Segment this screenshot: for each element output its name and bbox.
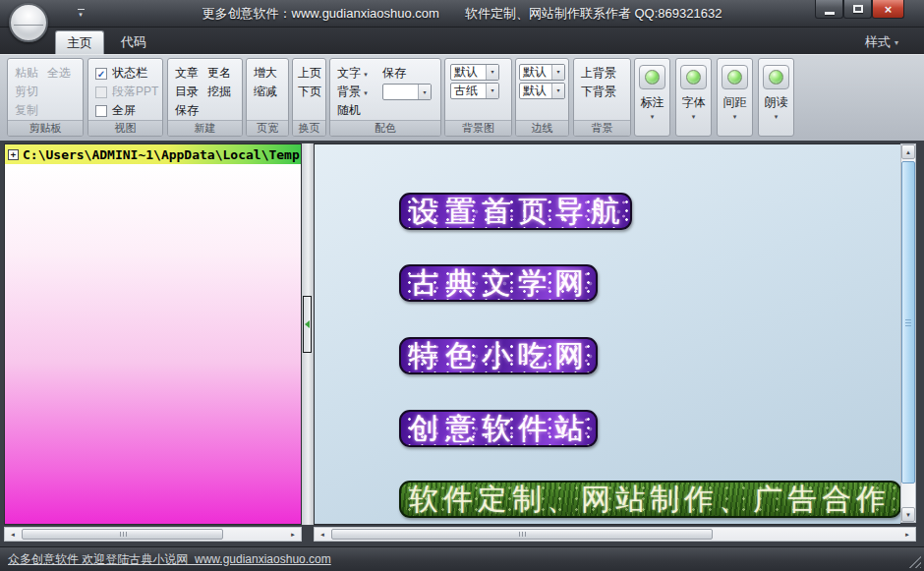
borderline-bottom-select[interactable]: 默认 ▾ <box>519 83 565 99</box>
green-orb-icon <box>645 70 660 85</box>
chevron-down-icon: ▾ <box>692 113 696 121</box>
scroll-thumb[interactable] <box>331 529 713 540</box>
group-label-view: 视图 <box>88 120 162 136</box>
group-view: ✓ 状态栏 段落PPT 全屏 视图 <box>87 58 163 137</box>
nav-button-specialty-snacks[interactable]: 特色小吃网 <box>399 337 598 374</box>
copy-button[interactable]: 复制 <box>15 101 38 120</box>
chevron-down-icon: ▾ <box>486 84 498 98</box>
scroll-left-icon[interactable]: ◄ <box>6 528 20 541</box>
expand-icon[interactable]: + <box>8 149 19 160</box>
lower-background-button[interactable]: 下背景 <box>581 83 616 101</box>
style-button[interactable]: 样式 ▾ <box>865 32 898 52</box>
cut-button[interactable]: 剪切 <box>15 83 38 101</box>
path-text: C:\Users\ADMINI~1\AppData\Local\Temp <box>23 147 300 162</box>
save-button[interactable]: 保存 <box>175 101 199 120</box>
spacing-button[interactable]: 间距 ▾ <box>717 58 753 137</box>
paste-button[interactable]: 粘贴 <box>15 64 38 83</box>
quick-access-caret-icon[interactable]: ▾ <box>75 9 87 19</box>
dig-button[interactable]: 挖掘 <box>207 83 231 101</box>
select-all-button[interactable]: 全选 <box>47 64 71 83</box>
tab-home[interactable]: 主页 <box>55 30 104 54</box>
group-color-scheme: 文字 ▾ 保存 背景 ▾ ▾ 随机 配色 <box>329 58 441 137</box>
group-label-page-nav: 换页 <box>293 120 325 136</box>
group-label-background-image: 背景图 <box>445 120 511 136</box>
font-button[interactable]: 字体 ▾ <box>675 58 712 137</box>
minimize-button[interactable] <box>815 0 843 19</box>
path-bar[interactable]: + C:\Users\ADMINI~1\AppData\Local\Temp <box>5 144 301 164</box>
scroll-right-icon[interactable]: ► <box>900 528 914 541</box>
chevron-down-icon: ▾ <box>895 38 898 47</box>
decrease-button[interactable]: 缩减 <box>254 83 277 101</box>
tab-code[interactable]: 代码 <box>110 31 157 54</box>
nav-button-creative-software[interactable]: 创意软件站 <box>399 410 598 447</box>
group-label-clipboard: 剪贴板 <box>8 120 83 136</box>
right-horizontal-scrollbar[interactable]: ◄ ► <box>314 527 916 542</box>
group-clipboard: 粘贴 全选 剪切 复制 剪贴板 <box>7 58 84 137</box>
restore-icon <box>853 5 863 13</box>
status-link[interactable]: 众多创意软件 欢迎登陆古典小说网 www.gudianxiaoshuo.com <box>8 551 331 568</box>
group-page-nav: 上页 下页 换页 <box>292 58 326 137</box>
collapse-left-icon <box>305 320 310 328</box>
scroll-thumb[interactable] <box>901 161 915 484</box>
chevron-down-icon: ▾ <box>551 65 564 80</box>
vertical-scrollbar[interactable]: ▲ ▼ <box>900 143 916 523</box>
window-title: 更多创意软件：www.gudianxiaoshuo.com 软件定制、网站制作联… <box>118 0 806 28</box>
increase-button[interactable]: 增大 <box>254 64 277 83</box>
bgimage-bottom-select[interactable]: 古纸 ▾ <box>450 83 499 99</box>
nav-button-classic-literature[interactable]: 古典文学网 <box>399 264 598 302</box>
chevron-down-icon: ▾ <box>418 85 431 99</box>
group-label-border-line: 边线 <box>516 120 568 136</box>
chevron-down-icon: ▾ <box>651 113 655 121</box>
read-aloud-button[interactable]: 朗读 ▾ <box>758 58 794 137</box>
annotate-button[interactable]: 标注 ▾ <box>634 58 670 137</box>
statusbar-checkbox[interactable]: ✓ 状态栏 <box>95 64 159 83</box>
group-background: 上背景 下背景 背景 <box>573 58 631 137</box>
prev-page-button[interactable]: 上页 <box>298 64 321 83</box>
rename-button[interactable]: 更名 <box>207 64 231 83</box>
group-page-width: 增大 缩减 页宽 <box>246 58 289 137</box>
catalog-button[interactable]: 目录 <box>175 83 199 101</box>
nav-button-custom-services[interactable]: 软件定制、网站制作、广告合作 <box>399 481 900 518</box>
close-icon: × <box>885 2 893 17</box>
left-panel: + C:\Users\ADMINI~1\AppData\Local\Temp <box>4 143 302 525</box>
app-menu-orb-button[interactable] <box>9 3 48 42</box>
restore-button[interactable] <box>843 0 872 19</box>
scroll-down-button[interactable]: ▼ <box>901 507 915 522</box>
upper-background-button[interactable]: 上背景 <box>581 64 616 83</box>
article-button[interactable]: 文章 <box>175 64 199 83</box>
scroll-thumb[interactable] <box>22 529 223 540</box>
scroll-up-button[interactable]: ▲ <box>901 144 915 159</box>
random-color-button[interactable]: 随机 <box>337 102 382 119</box>
chevron-down-icon: ▾ <box>364 71 368 78</box>
save-color-button[interactable]: 保存 <box>382 65 437 82</box>
panel-splitter[interactable] <box>302 143 314 525</box>
chevron-down-icon: ▾ <box>486 65 498 80</box>
scroll-right-icon[interactable]: ► <box>286 528 300 541</box>
checkbox-unchecked-icon <box>95 86 107 98</box>
fullscreen-checkbox[interactable]: 全屏 <box>95 101 159 120</box>
group-label-page-width: 页宽 <box>247 120 288 136</box>
text-color-button[interactable]: 文字 ▾ <box>337 65 382 82</box>
group-label-color-scheme: 配色 <box>330 120 440 136</box>
canvas[interactable]: 设置首页导航 古典文学网 特色小吃网 创意软件站 软件定制、网站制作、广告合作 <box>314 143 900 525</box>
chevron-down-icon: ▾ <box>364 89 368 96</box>
ribbon: 粘贴 全选 剪切 复制 剪贴板 ✓ 状态栏 段落PPT 全屏 视图 <box>0 54 924 141</box>
scroll-left-icon[interactable]: ◄ <box>316 528 329 541</box>
editor-pane[interactable] <box>5 164 301 524</box>
minimize-icon <box>825 12 835 15</box>
paragraph-ppt-checkbox[interactable]: 段落PPT <box>95 83 159 101</box>
color-picker-combo[interactable]: ▾ <box>382 84 432 100</box>
nav-button-home-nav[interactable]: 设置首页导航 <box>399 193 632 230</box>
window-controls: × <box>815 0 904 19</box>
next-page-button[interactable]: 下页 <box>298 83 321 101</box>
splitter-collapse-handle[interactable] <box>303 296 312 353</box>
borderline-top-select[interactable]: 默认 ▾ <box>519 64 565 81</box>
checkbox-checked-icon: ✓ <box>95 68 107 80</box>
bgimage-top-select[interactable]: 默认 ▾ <box>450 64 499 81</box>
group-background-image: 默认 ▾ 古纸 ▾ 背景图 <box>444 58 512 137</box>
left-horizontal-scrollbar[interactable]: ◄ ► <box>4 527 302 542</box>
group-label-background: 背景 <box>574 120 630 136</box>
bg-color-button[interactable]: 背景 ▾ <box>337 84 382 100</box>
resize-grip[interactable] <box>909 556 921 568</box>
close-button[interactable]: × <box>872 0 904 19</box>
